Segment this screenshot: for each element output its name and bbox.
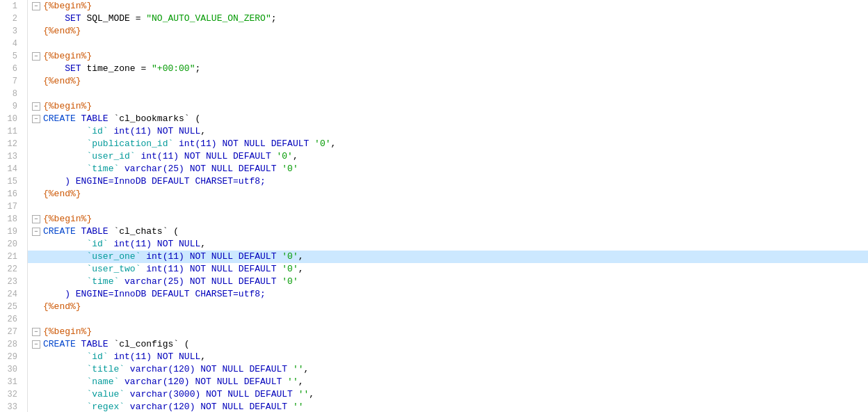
fold-button-5[interactable]: − (32, 52, 40, 61)
line-number-9: 9 (6, 100, 22, 113)
token: `value` (86, 389, 124, 399)
code-line-14: `time` varchar(25) NOT NULL DEFAULT '0' (28, 163, 868, 175)
code-line-25: {%end%} (28, 301, 868, 313)
fold-button-18[interactable]: − (32, 215, 40, 223)
fold-button-19[interactable]: − (32, 228, 40, 236)
code-line-4 (28, 38, 868, 50)
code-text-29: `id` int(11) NOT NULL, (42, 351, 206, 363)
code-text-22: `user_two` int(11) NOT NULL DEFAULT '0', (42, 263, 304, 276)
line-number-10: 10 (6, 113, 22, 125)
code-line-9: −{%begin%} (28, 100, 868, 113)
token: '' (287, 377, 298, 387)
fold-button-28[interactable]: − (32, 340, 40, 349)
token: '0' (276, 151, 292, 161)
code-line-27: −{%begin%} (28, 326, 868, 338)
line-number-16: 16 (6, 188, 22, 200)
line-number-14: 14 (6, 163, 22, 175)
token: ; (271, 13, 277, 24)
token: `user_two` (86, 264, 140, 274)
fold-button-1[interactable]: − (32, 2, 40, 10)
code-text-13: `user_id` int(11) NOT NULL DEFAULT '0', (42, 150, 298, 163)
token: '' (293, 402, 304, 412)
code-text-30: `title` varchar(120) NOT NULL DEFAULT ''… (42, 363, 309, 376)
fold-button-27[interactable]: − (32, 328, 40, 336)
token: {%begin%} (43, 1, 92, 11)
token: `cl_bookmarks` (113, 113, 189, 124)
token: , (298, 264, 304, 274)
code-text-24: ) ENGINE=InnoDB DEFAULT CHARSET=utf8; (42, 288, 266, 301)
code-text-28: CREATE TABLE `cl_configs` ( (42, 338, 190, 351)
token: `id` (86, 239, 108, 249)
fold-gutter-1[interactable]: − (31, 2, 42, 10)
token: , (331, 138, 337, 149)
line-number-7: 7 (6, 75, 22, 88)
token: NOT NULL DEFAULT (184, 151, 277, 161)
fold-gutter-10[interactable]: − (31, 115, 42, 123)
token: `title` (86, 364, 124, 374)
token: `cl_configs` (113, 339, 179, 349)
code-text-16: {%end%} (42, 188, 81, 200)
line-number-21: 21 (6, 251, 22, 263)
token: SQL_MODE = (81, 13, 147, 24)
fold-gutter-27[interactable]: − (31, 328, 42, 336)
line-number-12: 12 (6, 138, 22, 150)
code-line-18: −{%begin%} (28, 213, 868, 225)
token: NOT NULL DEFAULT (190, 264, 282, 274)
token: `time` (86, 276, 119, 287)
token: ( (168, 226, 179, 237)
token: , (293, 151, 298, 161)
code-line-1: −{%begin%} (28, 0, 868, 13)
line-number-2: 2 (6, 13, 22, 25)
line-numbers: 1234567891011121314151617181920212223242… (0, 0, 28, 412)
token: NOT NULL DEFAULT (206, 389, 298, 399)
code-line-21: `user_one` int(11) NOT NULL DEFAULT '0', (28, 251, 868, 263)
code-line-31: `name` varchar(120) NOT NULL DEFAULT '', (28, 376, 868, 388)
token: {%end%} (43, 189, 81, 199)
token: NOT NULL DEFAULT (200, 364, 293, 374)
token: int(11) (140, 251, 189, 262)
token: CREATE (43, 113, 76, 124)
fold-gutter-5[interactable]: − (31, 52, 42, 61)
code-line-13: `user_id` int(11) NOT NULL DEFAULT '0', (28, 150, 868, 163)
token: NOT NULL DEFAULT (195, 377, 287, 387)
code-text-15: ) ENGINE=InnoDB DEFAULT CHARSET=utf8; (42, 175, 266, 188)
code-text-5: {%begin%} (42, 50, 92, 63)
fold-gutter-19[interactable]: − (31, 228, 42, 236)
token: varchar(120) (119, 377, 195, 387)
fold-gutter-9[interactable]: − (31, 102, 42, 111)
code-content[interactable]: −{%begin%} SET SQL_MODE = "NO_AUTO_VALUE… (28, 0, 868, 412)
token: `id` (86, 126, 108, 136)
code-line-28: −CREATE TABLE `cl_configs` ( (28, 338, 868, 351)
token: '0' (282, 276, 298, 287)
token: `regex` (86, 402, 124, 412)
line-number-23: 23 (6, 276, 22, 288)
fold-button-9[interactable]: − (32, 102, 40, 111)
code-text-18: {%begin%} (42, 213, 92, 225)
line-number-15: 15 (6, 175, 22, 188)
code-line-19: −CREATE TABLE `cl_chats` ( (28, 225, 868, 238)
code-line-12: `publication_id` int(11) NOT NULL DEFAUL… (28, 138, 868, 150)
line-number-32: 32 (6, 388, 22, 401)
token: {%end%} (43, 301, 81, 312)
line-number-4: 4 (6, 38, 22, 50)
token: TABLE (76, 113, 114, 124)
token: '' (298, 389, 310, 399)
fold-gutter-18[interactable]: − (31, 215, 42, 223)
token: CREATE (43, 226, 76, 237)
fold-gutter-28[interactable]: − (31, 340, 42, 349)
code-line-5: −{%begin%} (28, 50, 868, 63)
token: , (200, 239, 206, 249)
fold-button-10[interactable]: − (32, 115, 40, 123)
code-line-22: `user_two` int(11) NOT NULL DEFAULT '0', (28, 263, 868, 276)
token: , (309, 389, 314, 399)
token: , (200, 126, 206, 136)
token: varchar(120) (124, 402, 200, 412)
token: {%begin%} (43, 101, 92, 111)
token: TABLE (76, 226, 114, 237)
code-text-31: `name` varchar(120) NOT NULL DEFAULT '', (42, 376, 304, 388)
line-number-5: 5 (6, 50, 22, 63)
token: '0' (282, 164, 298, 174)
token: NOT NULL DEFAULT (190, 276, 282, 287)
code-line-24: ) ENGINE=InnoDB DEFAULT CHARSET=utf8; (28, 288, 868, 301)
code-line-7: {%end%} (28, 75, 868, 88)
